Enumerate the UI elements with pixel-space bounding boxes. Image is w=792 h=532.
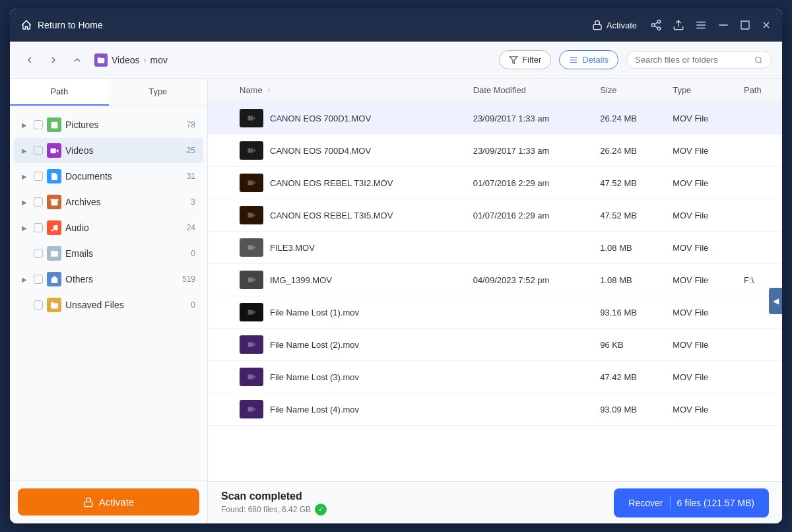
checkbox-unsaved[interactable]	[34, 300, 43, 310]
table-row[interactable]: File Name Lost (1).mov 93.16 MB MOV File	[208, 296, 782, 329]
svg-marker-41	[253, 311, 255, 314]
file-size: 26.24 MB	[592, 102, 665, 135]
tab-type-label: Type	[148, 86, 167, 96]
close-icon[interactable]	[761, 20, 772, 30]
table-row[interactable]: FILE3.MOV 1.08 MB MOV File	[208, 232, 782, 264]
file-date	[465, 296, 593, 329]
svg-point-3	[657, 27, 661, 30]
details-button[interactable]: Details	[559, 50, 618, 69]
menu-icon[interactable]	[695, 19, 707, 31]
file-date: 01/07/2016 2:29 am	[465, 167, 593, 199]
checkbox-documents[interactable]	[34, 172, 43, 181]
maximize-icon[interactable]	[740, 20, 750, 30]
sidebar-item-unsaved[interactable]: ▶ Unsaved Files 0	[14, 292, 203, 317]
folder-icon-audio	[47, 220, 61, 235]
table-row[interactable]: IMG_1399.MOV 04/09/2023 7:52 pm 1.08 MB …	[208, 264, 782, 296]
checkbox-others[interactable]	[34, 275, 43, 284]
sidebar-label-documents: Documents	[65, 171, 112, 182]
recover-button[interactable]: Recover 6 files (121.57 MB)	[614, 488, 769, 517]
minimize-icon[interactable]	[717, 20, 729, 30]
file-name: CANON EOS REBEL T3I5.MOV	[270, 211, 393, 220]
status-bar: Scan completed Found: 680 files, 6.42 GB…	[208, 481, 782, 523]
upload-icon[interactable]	[673, 19, 684, 31]
sidebar-item-videos[interactable]: ▶ Videos 25	[14, 138, 203, 163]
breadcrumb-child: mov	[150, 55, 168, 65]
activate-button[interactable]: Activate	[592, 20, 637, 30]
svg-point-2	[651, 24, 655, 27]
back-button[interactable]	[20, 51, 39, 69]
file-name: CANON EOS REBEL T3I2.MOV	[270, 178, 393, 188]
svg-line-5	[654, 22, 657, 24]
title-bar-right: Activate	[592, 19, 772, 31]
share-icon[interactable]	[650, 19, 662, 31]
table-row[interactable]: File Name Lost (2).mov 96 KB MOV File	[208, 329, 782, 361]
sidebar-item-archives[interactable]: ▶ Archives 3	[14, 189, 203, 215]
expand-icon-audio: ▶	[22, 224, 30, 232]
home-button[interactable]: Return to Home	[20, 19, 103, 31]
file-type: MOV File	[665, 296, 736, 329]
file-type: MOV File	[665, 361, 736, 393]
checkbox-audio[interactable]	[34, 223, 43, 232]
table-row[interactable]: CANON EOS REBEL T3I2.MOV 01/07/2016 2:29…	[208, 167, 782, 199]
checkbox-emails[interactable]	[34, 249, 43, 258]
file-path	[736, 232, 782, 264]
col-date[interactable]: Date Modified	[465, 79, 593, 102]
search-box	[626, 51, 772, 69]
svg-rect-30	[248, 116, 253, 121]
expand-icon-archives: ▶	[22, 199, 30, 206]
table-row[interactable]: File Name Lost (3).mov 47.42 MB MOV File	[208, 361, 782, 393]
activate-big-label: Activate	[99, 496, 134, 508]
checkbox-videos[interactable]	[34, 146, 43, 155]
file-type: MOV File	[665, 102, 736, 135]
activate-label: Activate	[607, 20, 637, 30]
sidebar-item-pictures[interactable]: ▶ Pictures 78	[14, 112, 203, 137]
up-button[interactable]	[68, 51, 86, 69]
sidebar-item-emails[interactable]: ▶ Emails 0	[14, 241, 203, 266]
file-type: MOV File	[665, 329, 736, 361]
file-path	[736, 135, 782, 167]
tab-path[interactable]: Path	[10, 79, 109, 106]
tab-type[interactable]: Type	[109, 79, 208, 106]
folder-icon-documents	[47, 169, 61, 183]
checkbox-pictures[interactable]	[34, 120, 43, 129]
details-label: Details	[582, 55, 609, 65]
forward-button[interactable]	[44, 51, 63, 69]
scan-info: Scan completed Found: 680 files, 6.42 GB…	[221, 490, 601, 515]
sidebar-item-audio[interactable]: ▶ Audio 24	[14, 215, 203, 240]
col-size[interactable]: Size	[592, 79, 665, 102]
file-thumbnail	[240, 109, 263, 127]
filter-button[interactable]: Filter	[499, 50, 551, 69]
breadcrumb-parent[interactable]: Videos	[112, 55, 140, 65]
file-table: Name ↑ Date Modified Size Type Path	[208, 79, 782, 481]
sidebar-item-documents[interactable]: ▶ Documents 31	[14, 164, 203, 189]
file-thumbnail	[240, 206, 263, 224]
recover-label: Recover	[628, 498, 663, 508]
search-input[interactable]	[635, 55, 750, 65]
table-row[interactable]: CANON EOS 700D1.MOV 23/09/2017 1:33 am 2…	[208, 102, 782, 135]
col-path[interactable]: Path	[736, 79, 782, 102]
col-type[interactable]: Type	[665, 79, 736, 102]
svg-rect-28	[84, 502, 92, 506]
table-row[interactable]: File Name Lost (4).mov 93.09 MB MOV File	[208, 393, 782, 426]
svg-line-19	[760, 61, 762, 63]
file-date: 04/09/2023 7:52 pm	[465, 264, 593, 296]
sidebar-item-others[interactable]: ▶ Others 519	[14, 267, 203, 292]
count-pictures: 78	[187, 120, 195, 129]
svg-rect-36	[248, 213, 253, 218]
file-size: 47.52 MB	[592, 199, 665, 232]
table-row[interactable]: CANON EOS 700D4.MOV 23/09/2017 1:33 am 2…	[208, 135, 782, 167]
file-type: MOV File	[665, 393, 736, 426]
sidebar-tabs: Path Type	[10, 79, 207, 106]
activate-big-button[interactable]: Activate	[18, 488, 199, 515]
file-path	[736, 167, 782, 199]
checkbox-archives[interactable]	[34, 197, 43, 207]
folder-icon-others	[47, 272, 61, 286]
file-name: File Name Lost (2).mov	[270, 340, 359, 350]
file-thumbnail	[240, 271, 263, 289]
file-name: File Name Lost (4).mov	[270, 405, 359, 415]
col-name[interactable]: Name ↑	[232, 79, 465, 102]
sidebar-label-pictures: Pictures	[65, 119, 99, 130]
svg-line-4	[654, 26, 657, 28]
table-row[interactable]: CANON EOS REBEL T3I5.MOV 01/07/2016 2:29…	[208, 199, 782, 232]
scroll-arrow[interactable]: ◀	[769, 288, 782, 314]
